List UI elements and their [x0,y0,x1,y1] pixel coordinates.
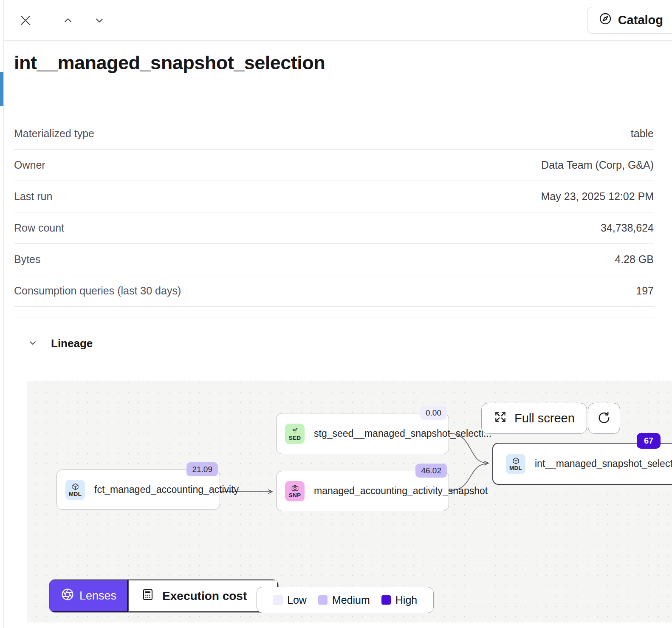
meta-label: Row count [14,222,64,234]
lineage-node-managed-accounting-activity-snapshot[interactable]: 46.02 SNP managed_accounting_activity_sn… [276,471,449,511]
lens-selector-label: Execution cost [162,589,247,603]
fullscreen-button[interactable]: Full screen [481,403,587,434]
model-icon: MDL [65,480,85,500]
collapse-chevron-icon[interactable] [27,337,38,350]
close-button[interactable] [16,11,35,31]
fullscreen-button-label: Full screen [514,411,575,425]
underlying-page-edge [0,0,4,628]
lineage-node-stg-seed-managed-snapshot-selection[interactable]: 0.00 SED stg_seed__managed_snapshot_sele… [276,413,449,454]
lineage-section-title: Lineage [51,337,93,350]
meta-row-row-count: Row count 34,738,624 [14,212,654,244]
meta-row-last-run: Last run May 23, 2025 12:02 PM [14,181,654,212]
metadata-table: Materialized type table Owner Data Team … [14,118,654,317]
execution-cost-badge: 0.00 [420,406,447,420]
meta-value: 34,738,624 [601,222,654,234]
aperture-icon [61,588,74,604]
model-icon: MDL [506,454,525,474]
legend-item-medium: Medium [318,594,370,606]
page-title: int__managed_snapshot_selection [14,52,325,74]
legend-swatch-high [381,595,391,605]
legend-swatch-low [273,595,282,605]
legend-item-high: High [381,594,417,606]
refresh-button[interactable] [588,403,620,434]
meta-value: Data Team (Corp, G&A) [541,159,654,171]
close-icon [17,12,34,30]
panel-toolbar: Catalog [4,0,672,41]
refresh-icon [597,410,611,426]
compass-icon [599,12,612,28]
expand-icon [494,410,507,427]
node-type-label: MDL [509,465,522,471]
meta-value: table [631,127,654,140]
meta-value: May 23, 2025 12:02 PM [541,190,654,203]
lineage-section-header[interactable]: Lineage [27,337,93,350]
node-type-label: SNP [289,492,301,498]
meta-label: Consumption queries (last 30 days) [14,285,181,297]
cost-legend: Low Medium High [257,587,434,613]
execution-cost-badge: 21.09 [186,462,218,476]
lineage-node-int-managed-snapshot-selection[interactable]: 67 MDL int__managed_snapshot_selection [492,443,672,485]
meta-label: Owner [14,159,45,171]
legend-swatch-medium [318,595,328,605]
toolbar-divider [44,5,44,36]
node-type-label: SED [289,435,301,441]
chevron-up-icon [62,14,74,28]
meta-label: Bytes [14,253,41,266]
active-item-indicator [0,72,3,106]
lenses-button[interactable]: Lenses [49,580,128,612]
lenses-control-group: Lenses Execution cost [49,579,279,613]
meta-label: Last run [14,190,52,203]
catalog-button[interactable]: Catalog [587,7,672,34]
lens-selector-dropdown[interactable]: Execution cost [128,580,278,612]
previous-item-button[interactable] [58,14,78,28]
meta-value: 4.28 GB [615,253,654,266]
seed-icon: SED [285,424,305,444]
next-item-button[interactable] [90,14,109,28]
detail-panel: Catalog int__managed_snapshot_selection … [0,0,672,628]
legend-label: Medium [332,594,370,606]
snapshot-icon: SNP [285,481,305,501]
calculator-icon [141,588,155,604]
meta-row-materialized-type: Materialized type table [14,118,654,150]
node-type-label: MDL [69,491,82,497]
chevron-down-icon [93,14,106,28]
legend-label: High [395,594,417,606]
meta-row-consumption-queries: Consumption queries (last 30 days) 197 [14,275,654,307]
meta-spacer [14,307,654,317]
lineage-node-fct-managed-accounting-activity[interactable]: 21.09 MDL fct_managed_accounting_activit… [56,470,220,510]
meta-label: Materialized type [14,127,94,140]
meta-value: 197 [636,285,654,297]
execution-cost-badge: 67 [637,433,661,449]
lineage-canvas[interactable]: 21.09 MDL fct_managed_accounting_activit… [27,381,672,622]
node-label: fct_managed_accounting_activity [94,484,239,495]
node-label: stg_seed__managed_snapshot_selecti... [314,428,491,439]
lenses-button-label: Lenses [79,589,116,603]
legend-label: Low [287,594,307,606]
meta-row-owner: Owner Data Team (Corp, G&A) [14,150,654,181]
catalog-button-label: Catalog [618,13,663,27]
legend-item-low: Low [273,594,307,606]
node-label: int__managed_snapshot_selection [535,458,672,470]
node-label: managed_accounting_activity_snapshot [314,485,488,497]
execution-cost-badge: 46.02 [415,464,447,478]
meta-row-bytes: Bytes 4.28 GB [14,244,654,275]
